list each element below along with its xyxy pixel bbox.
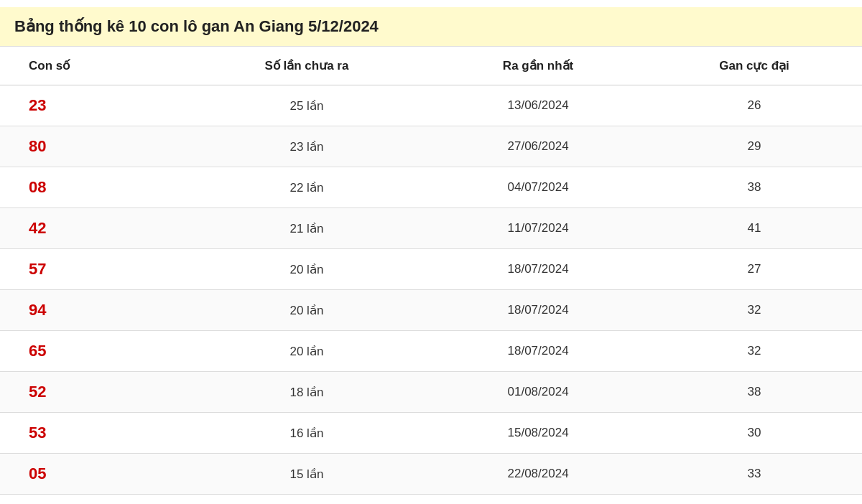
page-wrapper: Bảng thống kê 10 con lô gan An Giang 5/1… [0, 0, 862, 502]
table-row: 08 22 lần 04/07/2024 38 [0, 167, 862, 208]
cell-max: 38 [646, 372, 862, 413]
header-gan-cuc-dai: Gan cực đại [646, 47, 862, 85]
cell-count: 20 lần [184, 290, 430, 331]
table-row: 53 16 lần 15/08/2024 30 [0, 413, 862, 454]
cell-count: 21 lần [184, 208, 430, 249]
cell-number: 42 [0, 208, 184, 249]
cell-count: 25 lần [184, 85, 430, 126]
header-so-lan: Số lần chưa ra [184, 47, 430, 85]
cell-max: 38 [646, 167, 862, 208]
cell-max: 30 [646, 413, 862, 454]
cell-number: 65 [0, 331, 184, 372]
table-row: 80 23 lần 27/06/2024 29 [0, 126, 862, 167]
cell-max: 33 [646, 454, 862, 495]
cell-recent: 15/08/2024 [430, 413, 646, 454]
table-row: 65 20 lần 18/07/2024 32 [0, 331, 862, 372]
table-row: 05 15 lần 22/08/2024 33 [0, 454, 862, 495]
cell-max: 41 [646, 208, 862, 249]
cell-recent: 13/06/2024 [430, 85, 646, 126]
cell-recent: 18/07/2024 [430, 249, 646, 290]
table-title: Bảng thống kê 10 con lô gan An Giang 5/1… [0, 7, 862, 47]
cell-count: 23 lần [184, 126, 430, 167]
cell-max: 26 [646, 85, 862, 126]
cell-recent: 11/07/2024 [430, 208, 646, 249]
cell-number: 57 [0, 249, 184, 290]
cell-recent: 04/07/2024 [430, 167, 646, 208]
cell-recent: 18/07/2024 [430, 331, 646, 372]
cell-count: 15 lần [184, 454, 430, 495]
cell-max: 29 [646, 126, 862, 167]
table-row: 42 21 lần 11/07/2024 41 [0, 208, 862, 249]
main-table: Con số Số lần chưa ra Ra gần nhất Gan cự… [0, 47, 862, 495]
cell-count: 18 lần [184, 372, 430, 413]
cell-number: 52 [0, 372, 184, 413]
cell-number: 05 [0, 454, 184, 495]
table-row: 23 25 lần 13/06/2024 26 [0, 85, 862, 126]
cell-max: 32 [646, 290, 862, 331]
header-ra-gan: Ra gần nhất [430, 47, 646, 85]
cell-number: 94 [0, 290, 184, 331]
cell-recent: 22/08/2024 [430, 454, 646, 495]
table-row: 94 20 lần 18/07/2024 32 [0, 290, 862, 331]
cell-number: 80 [0, 126, 184, 167]
cell-number: 53 [0, 413, 184, 454]
cell-number: 08 [0, 167, 184, 208]
cell-recent: 18/07/2024 [430, 290, 646, 331]
cell-number: 23 [0, 85, 184, 126]
cell-recent: 01/08/2024 [430, 372, 646, 413]
cell-recent: 27/06/2024 [430, 126, 646, 167]
table-row: 52 18 lần 01/08/2024 38 [0, 372, 862, 413]
table-row: 57 20 lần 18/07/2024 27 [0, 249, 862, 290]
cell-count: 16 lần [184, 413, 430, 454]
header-con-so: Con số [0, 47, 184, 85]
table-header-row: Con số Số lần chưa ra Ra gần nhất Gan cự… [0, 47, 862, 85]
cell-max: 32 [646, 331, 862, 372]
cell-count: 22 lần [184, 167, 430, 208]
cell-count: 20 lần [184, 331, 430, 372]
cell-max: 27 [646, 249, 862, 290]
cell-count: 20 lần [184, 249, 430, 290]
